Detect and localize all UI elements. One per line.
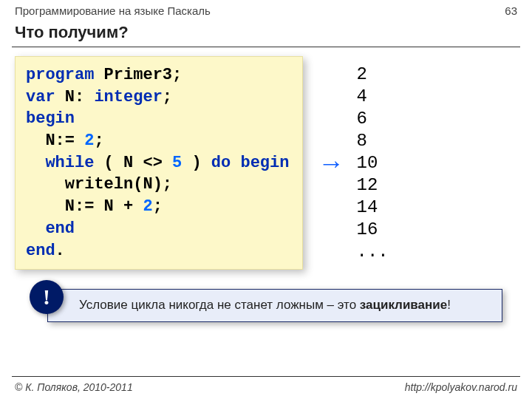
footer-url: http://kpolyakov.narod.ru — [405, 381, 517, 393]
note-tail: ! — [447, 298, 451, 312]
code-number: 2 — [143, 197, 152, 216]
code-text: ; — [163, 88, 172, 106]
code-keyword: do begin — [211, 154, 290, 172]
code-text — [26, 219, 45, 238]
code-number: 5 — [172, 154, 182, 172]
code-keyword: end — [45, 219, 75, 238]
code-number: 2 — [84, 132, 94, 150]
note-em: зацикливание — [360, 298, 447, 312]
code-keyword: while — [45, 154, 94, 172]
code-keyword: integer — [94, 88, 162, 106]
code-text: ( N <> — [94, 154, 172, 172]
copyright: © К. Поляков, 2010-2011 — [15, 381, 133, 393]
code-text: ; — [153, 197, 163, 216]
code-block: program Primer3; var N: integer; begin N… — [15, 56, 303, 270]
code-text: ; — [94, 132, 103, 150]
code-text: Primer3; — [94, 66, 182, 84]
code-text: writeln(N); — [26, 175, 172, 194]
code-keyword: program — [26, 66, 94, 84]
footer: © К. Поляков, 2010-2011 http://kpolyakov… — [12, 376, 520, 399]
page-title: Что получим? — [0, 20, 532, 47]
program-output: 2 4 6 8 10 12 14 16 ... — [356, 64, 388, 263]
note-container: ! Условие цикла никогда не станет ложным… — [47, 289, 502, 322]
code-text: N:= N + — [26, 197, 143, 216]
header-subject: Программирование на языке Паскаль — [15, 4, 211, 17]
exclamation-icon: ! — [30, 280, 64, 314]
arrow-icon: → — [318, 150, 344, 177]
code-keyword: end — [26, 242, 55, 260]
output-area: → 2 4 6 8 10 12 14 16 ... — [318, 56, 388, 270]
content-area: program Primer3; var N: integer; begin N… — [0, 56, 532, 270]
code-text: . — [55, 242, 65, 260]
note-box: Условие цикла никогда не станет ложным –… — [47, 289, 502, 322]
code-text: N:= — [26, 132, 84, 150]
page-number: 63 — [505, 4, 517, 17]
code-text: N: — [55, 88, 95, 106]
code-text: ) — [182, 154, 211, 172]
title-rule — [12, 47, 520, 47]
code-keyword: var — [26, 88, 55, 106]
note-text: Условие цикла никогда не станет ложным –… — [79, 298, 360, 312]
code-keyword: begin — [26, 109, 75, 128]
code-text — [26, 154, 45, 172]
